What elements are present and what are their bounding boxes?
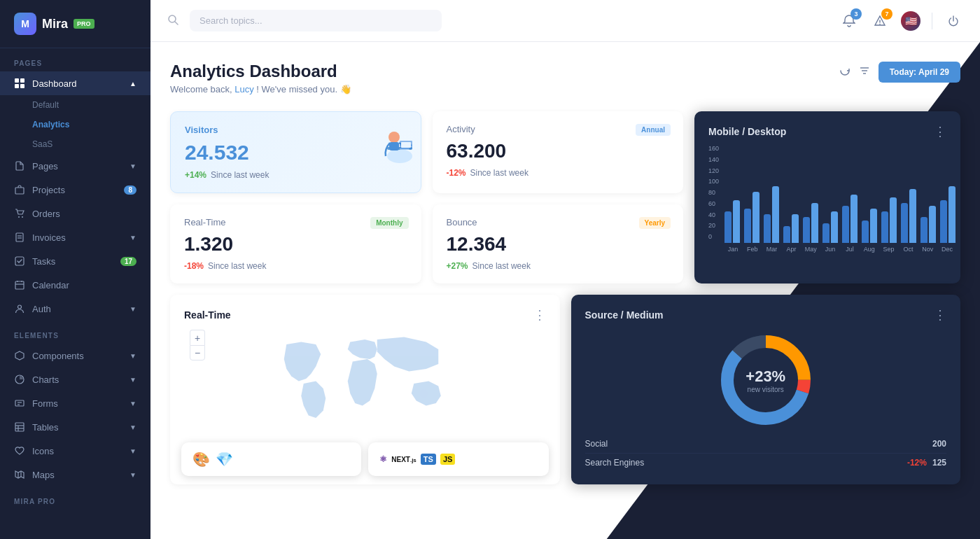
svg-point-38 [388,132,400,143]
mobile-desktop-title: Mobile / Desktop [708,126,786,137]
notifications-button[interactable]: 3 [839,11,859,31]
logo-icon: M [14,13,36,35]
svg-rect-0 [15,78,19,83]
bar-group-Oct [901,189,916,243]
bar-group-Aug [862,209,877,243]
sidebar-item-label: Calendar [32,280,136,290]
pro-badge: PRO [74,19,94,29]
map-title: Real-Time [184,309,231,321]
donut-label: new visitors [746,386,785,393]
content-area: Analytics Dashboard Welcome back, Lucy !… [150,42,980,539]
bar-light-Jan [733,200,740,243]
x-label-Apr: Apr [783,246,800,253]
bar-dark-Aug [862,220,869,244]
donut-percent: +23% [746,368,785,386]
alerts-button[interactable]: 7 [870,11,890,31]
sidebar-subitem-saas[interactable]: SaaS [0,134,150,154]
visitors-illustration [365,118,415,168]
svg-rect-43 [401,142,411,148]
source-card-header: Source / Medium ⋮ [585,307,947,323]
sidebar-item-maps[interactable]: Maps ▼ [0,463,150,486]
alerts-badge: 7 [881,8,892,20]
sidebar-item-icons[interactable]: Icons ▼ [0,439,150,463]
bar-light-Oct [909,189,916,243]
sidebar-item-dashboard[interactable]: Dashboard ▲ [0,71,150,95]
bounce-value: 12.364 [447,233,670,255]
sidebar-item-tables[interactable]: Tables ▼ [0,415,150,439]
x-label-May: May [802,246,819,253]
chevron-icon: ▼ [130,376,136,384]
visitors-footer: +14% Since last week [185,170,407,180]
sidebar-item-invoices[interactable]: Invoices ▼ [0,225,150,249]
tech-logo-figma-sketch: 🎨 💎 [181,442,361,476]
x-label-Sep: Sep [881,246,897,253]
chevron-icon: ▼ [130,234,136,241]
svg-rect-11 [15,281,24,289]
bar-light-Sep [890,197,897,243]
refresh-icon[interactable] [839,65,850,79]
sidebar-item-pages[interactable]: Pages ▼ [0,154,150,178]
javascript-icon: JS [440,454,455,465]
bar-group-May [803,203,818,243]
source-medium-title: Source / Medium [585,309,664,321]
bar-dark-Sep [881,211,888,243]
date-button[interactable]: Today: April 29 [878,62,960,83]
sidebar-item-projects[interactable]: Projects 8 [0,178,150,202]
bar-group-Jul [842,195,858,243]
source-menu-icon[interactable]: ⋮ [934,307,946,323]
map-menu-icon[interactable]: ⋮ [533,307,546,323]
tech-logo-nextjs: ⚛ NEXT.js TS JS [368,442,548,476]
realtime-badge: Monthly [370,217,408,229]
nextjs-icon: NEXT.js [391,456,416,463]
search-box[interactable]: Search topics... [190,10,442,31]
bounce-since: Since last week [472,261,531,271]
chart-menu-icon[interactable]: ⋮ [934,124,946,139]
bounce-badge: Yearly [639,217,671,229]
sidebar-item-auth[interactable]: Auth ▼ [0,297,150,321]
bar-dark-Nov [920,217,927,243]
bar-dark-Jan [724,211,732,243]
visitors-card: Visitors [170,111,421,193]
sidebar-item-tasks[interactable]: Tasks 17 [0,249,150,273]
bar-dark-Feb [744,209,751,243]
x-label-Feb: Feb [744,246,761,253]
page-title: Analytics Dashboard [170,62,351,81]
bar-group-Apr [783,214,799,243]
sidebar-item-components[interactable]: Components ▼ [0,344,150,368]
bar-light-Nov [929,206,936,243]
app-name: Mira [42,17,68,31]
mobile-desktop-chart-card: Mobile / Desktop ⋮ 020406080100120140160… [694,111,960,284]
donut-chart-container: +23% new visitors [585,331,947,429]
bar-group-Jun [822,211,838,243]
svg-point-6 [22,216,23,218]
sidebar-subitem-analytics[interactable]: Analytics [0,115,150,134]
sidebar-item-label: Orders [32,209,136,219]
sidebar-subitem-default[interactable]: Default [0,95,150,115]
power-button[interactable] [944,11,963,31]
figma-icon: 🎨 [192,451,210,468]
svg-rect-7 [16,233,23,241]
realtime-change: -18% [184,261,204,271]
svg-point-36 [387,149,412,163]
visitors-change: +14% [185,170,206,180]
sidebar-item-charts[interactable]: Charts ▼ [0,368,150,391]
bar-light-Mar [772,186,779,243]
bar-light-Dec [948,186,955,243]
sidebar-item-forms[interactable]: Forms ▼ [0,391,150,415]
bounce-footer: +27% Since last week [447,261,670,271]
source-row-search: Search Engines -12% 125 [585,453,947,472]
bar-dark-Mar [764,214,771,243]
language-selector[interactable]: 🇺🇸 [901,11,920,31]
filter-icon[interactable] [859,65,870,79]
donut-center: +23% new visitors [746,368,785,393]
activity-badge: Annual [636,124,671,136]
svg-rect-18 [15,400,24,406]
sidebar-item-calendar[interactable]: Calendar [0,273,150,297]
sidebar-item-orders[interactable]: Orders [0,202,150,225]
chevron-icon: ▼ [130,352,136,360]
svg-marker-16 [15,351,24,360]
bounce-card: Yearly Bounce 12.364 +27% Since last wee… [433,204,684,284]
visitors-since: Since last week [211,170,269,180]
bar-dark-Apr [783,226,790,243]
y-axis-labels: 020406080100120140160 [708,145,722,243]
